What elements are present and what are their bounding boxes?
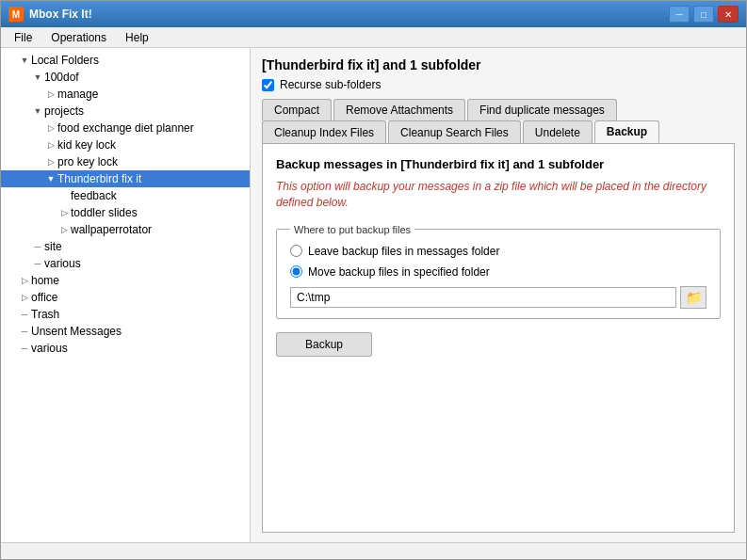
menu-help[interactable]: Help	[116, 29, 158, 46]
sidebar-label-pro-key-lock: pro key lock	[57, 155, 118, 168]
sidebar-item-feedback[interactable]: feedback	[1, 187, 250, 204]
tab-backup[interactable]: Backup	[594, 120, 659, 143]
sidebar-item-various[interactable]: ─various	[1, 255, 250, 272]
main-window: M Mbox Fix It! ─ □ ✕ File Operations Hel…	[0, 0, 747, 560]
app-icon: M	[8, 7, 24, 22]
tab-content-backup: Backup messages in [Thunderbird fix it] …	[262, 143, 735, 533]
radio-move-label: Move backup files in specified folder	[308, 265, 490, 279]
sidebar-label-projects: projects	[44, 104, 84, 118]
tree-arrow-various: ─	[31, 259, 44, 268]
tree-arrow-site: ─	[31, 242, 44, 251]
tree-arrow-manage: ▷	[44, 89, 57, 99]
sidebar-item-toddler-slides[interactable]: ▷toddler slides	[1, 204, 250, 221]
window-title: Mbox Fix It!	[29, 8, 669, 21]
sidebar-item-unsent-messages[interactable]: ─Unsent Messages	[1, 323, 250, 340]
tree-container: ▼Local Folders▼100dof▷manage▼projects▷fo…	[1, 52, 250, 357]
sidebar-item-office[interactable]: ▷office	[1, 289, 250, 306]
folder-browse-button[interactable]: 📁	[680, 286, 706, 309]
maximize-button[interactable]: □	[693, 6, 714, 23]
radio-leave-label: Leave backup files in messages folder	[308, 245, 499, 258]
sidebar-label-wallpaperrotator: wallpaperrotator	[71, 223, 152, 236]
sidebar-item-manage[interactable]: ▷manage	[1, 86, 250, 103]
backup-location-fieldset: Where to put backup files Leave backup f…	[276, 224, 721, 319]
tree-arrow-thunderbird-fix-it: ▼	[44, 174, 57, 184]
sidebar-item-wallpaperrotator[interactable]: ▷wallpaperrotator	[1, 221, 250, 238]
tree-arrow-toddler-slides: ▷	[57, 208, 71, 217]
radio-move[interactable]	[290, 265, 302, 278]
radio-move-row: Move backup files in specified folder	[290, 265, 706, 279]
sidebar-item-local-folders[interactable]: ▼Local Folders	[1, 52, 250, 69]
tab-cleanup-index[interactable]: Cleanup Index Files	[262, 120, 386, 143]
tab-remove-attachments[interactable]: Remove Attachments	[333, 99, 465, 120]
sidebar-label-toddler-slides: toddler slides	[71, 206, 138, 219]
sidebar-item-kid-key-lock[interactable]: ▷kid key lock	[1, 136, 250, 153]
panel-title: [Thunderbird fix it] and 1 subfolder	[262, 57, 735, 72]
sidebar-label-various: various	[44, 257, 81, 270]
minimize-button[interactable]: ─	[669, 6, 690, 23]
sidebar-label-local-folders: Local Folders	[31, 54, 99, 67]
tabs-row2: Cleanup Index Files Cleanup Search Files…	[262, 120, 735, 143]
sidebar-item-home[interactable]: ▷home	[1, 272, 250, 289]
tree-arrow-kid-key-lock: ▷	[44, 140, 57, 150]
menu-file[interactable]: File	[5, 29, 41, 46]
sidebar-label-various2: various	[31, 342, 68, 355]
sidebar-item-food-exchange[interactable]: ▷food exchange diet planner	[1, 120, 250, 136]
tree-arrow-local-folders: ▼	[18, 56, 31, 65]
sidebar-item-projects[interactable]: ▼projects	[1, 103, 250, 120]
fieldset-legend: Where to put backup files	[290, 224, 414, 235]
tree-arrow-100dof: ▼	[31, 72, 44, 82]
folder-row: 📁	[290, 286, 706, 309]
tab-undelete[interactable]: Undelete	[523, 120, 593, 143]
recurse-checkbox[interactable]	[262, 79, 274, 91]
sidebar: ▼Local Folders▼100dof▷manage▼projects▷fo…	[1, 48, 251, 542]
tab-compact[interactable]: Compact	[262, 99, 332, 120]
sidebar-item-various2[interactable]: ─various	[1, 340, 250, 357]
sidebar-label-manage: manage	[57, 88, 98, 101]
sidebar-label-thunderbird-fix-it: Thunderbird fix it	[57, 172, 141, 185]
tree-arrow-unsent-messages: ─	[18, 327, 31, 336]
sidebar-label-home: home	[31, 274, 59, 287]
title-bar: M Mbox Fix It! ─ □ ✕	[1, 1, 746, 27]
radio-leave[interactable]	[290, 245, 302, 257]
tree-arrow-projects: ▼	[31, 106, 44, 116]
tree-arrow-food-exchange: ▷	[44, 123, 57, 133]
backup-button[interactable]: Backup	[276, 332, 372, 357]
close-button[interactable]: ✕	[718, 6, 739, 23]
sidebar-label-site: site	[44, 240, 62, 253]
menu-bar: File Operations Help	[1, 27, 746, 48]
sidebar-item-thunderbird-fix-it[interactable]: ▼Thunderbird fix it	[1, 170, 250, 187]
menu-operations[interactable]: Operations	[41, 29, 116, 46]
tree-arrow-trash: ─	[18, 310, 31, 319]
tabs-row1: Compact Remove Attachments Find duplicat…	[262, 99, 735, 120]
window-controls: ─ □ ✕	[669, 6, 739, 23]
sidebar-label-food-exchange: food exchange diet planner	[57, 121, 194, 135]
recurse-label: Recurse sub-folders	[280, 78, 381, 91]
tab-cleanup-search[interactable]: Cleanup Search Files	[388, 120, 521, 143]
recurse-row: Recurse sub-folders	[262, 78, 735, 91]
main-content: ▼Local Folders▼100dof▷manage▼projects▷fo…	[1, 48, 746, 542]
status-bar	[1, 542, 746, 559]
sidebar-item-trash[interactable]: ─Trash	[1, 306, 250, 323]
sidebar-label-100dof: 100dof	[44, 71, 79, 84]
tree-arrow-pro-key-lock: ▷	[44, 157, 57, 167]
tree-arrow-home: ▷	[18, 276, 31, 285]
backup-section-title: Backup messages in [Thunderbird fix it] …	[276, 157, 721, 171]
radio-leave-row: Leave backup files in messages folder	[290, 245, 706, 258]
tab-find-duplicates[interactable]: Find duplicate messages	[467, 99, 617, 120]
sidebar-label-trash: Trash	[31, 308, 59, 321]
sidebar-item-site[interactable]: ─site	[1, 238, 250, 255]
sidebar-label-kid-key-lock: kid key lock	[57, 138, 116, 152]
sidebar-item-100dof[interactable]: ▼100dof	[1, 69, 250, 86]
backup-description: This option will backup your messages in…	[276, 179, 721, 211]
sidebar-label-office: office	[31, 291, 57, 304]
tree-arrow-wallpaperrotator: ▷	[57, 225, 71, 234]
right-panel: [Thunderbird fix it] and 1 subfolder Rec…	[251, 48, 746, 542]
tree-arrow-office: ▷	[18, 293, 31, 302]
sidebar-label-feedback: feedback	[71, 189, 117, 202]
tree-arrow-various2: ─	[18, 344, 31, 353]
folder-path-input[interactable]	[290, 287, 676, 308]
sidebar-item-pro-key-lock[interactable]: ▷pro key lock	[1, 153, 250, 170]
sidebar-label-unsent-messages: Unsent Messages	[31, 325, 122, 338]
